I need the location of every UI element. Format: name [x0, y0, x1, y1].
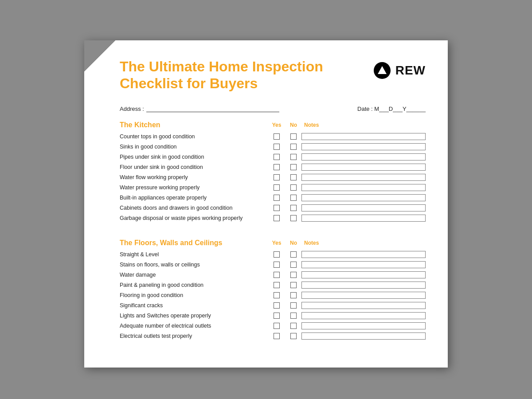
- yes-checkbox[interactable]: [274, 154, 280, 160]
- checklist-item-label: Straight & Level: [120, 251, 268, 258]
- yes-checkbox[interactable]: [274, 164, 280, 170]
- checklist-item-label: Built-in appliances operate properly: [120, 195, 268, 201]
- notes-input[interactable]: [301, 164, 426, 171]
- address-underline: [146, 105, 279, 112]
- yes-checkbox[interactable]: [274, 174, 280, 180]
- checklist-item-label: Water damage: [120, 272, 268, 278]
- checklist-row: Floor under sink in good condition: [120, 162, 426, 172]
- no-checkbox[interactable]: [290, 174, 297, 180]
- no-checkbox[interactable]: [290, 164, 297, 170]
- no-checkbox-cell: [286, 333, 301, 339]
- document-title: The Ultimate Home Inspection Checklist f…: [120, 58, 341, 92]
- checklist-item-label: Electrical outlets test properly: [120, 333, 268, 339]
- notes-input[interactable]: [301, 194, 426, 201]
- yes-checkbox-cell: [268, 313, 286, 319]
- yes-checkbox[interactable]: [274, 133, 280, 140]
- no-checkbox-cell: [286, 133, 301, 140]
- no-checkbox[interactable]: [290, 205, 297, 211]
- notes-input[interactable]: [301, 322, 426, 329]
- date-field: Date : M___D___Y______: [357, 106, 426, 112]
- yes-checkbox[interactable]: [274, 292, 280, 298]
- yes-checkbox[interactable]: [274, 205, 280, 211]
- checklist-item-label: Stains on floors, walls or ceilings: [120, 262, 268, 268]
- section-title-kitchen: The Kitchen: [120, 121, 268, 129]
- notes-input[interactable]: [301, 215, 426, 222]
- checklist-row: Built-in appliances operate properly: [120, 193, 426, 203]
- yes-checkbox[interactable]: [274, 313, 280, 319]
- no-checkbox[interactable]: [290, 302, 297, 309]
- no-checkbox-cell: [286, 262, 301, 268]
- notes-input[interactable]: [301, 204, 426, 211]
- yes-checkbox-cell: [268, 282, 286, 288]
- yes-checkbox-cell: [268, 164, 286, 170]
- no-checkbox[interactable]: [290, 272, 297, 278]
- yes-checkbox[interactable]: [274, 195, 280, 201]
- notes-input[interactable]: [301, 143, 426, 150]
- yes-checkbox-cell: [268, 184, 286, 191]
- notes-input[interactable]: [301, 133, 426, 140]
- checklist-row: Counter tops in good condition: [120, 132, 426, 141]
- notes-input[interactable]: [301, 261, 426, 268]
- notes-input[interactable]: [301, 292, 426, 299]
- brand-area: REW: [373, 62, 426, 79]
- yes-checkbox[interactable]: [274, 144, 280, 150]
- notes-input[interactable]: [301, 312, 426, 319]
- yes-checkbox[interactable]: [274, 302, 280, 309]
- no-checkbox-cell: [286, 174, 301, 180]
- notes-input[interactable]: [301, 174, 426, 181]
- col-yes-header: Yes: [268, 240, 286, 246]
- no-checkbox-cell: [286, 292, 301, 298]
- checklist-item-label: Sinks in good condition: [120, 144, 268, 150]
- yes-checkbox[interactable]: [274, 333, 280, 339]
- notes-input[interactable]: [301, 302, 426, 309]
- no-checkbox[interactable]: [290, 251, 297, 258]
- no-checkbox-cell: [286, 154, 301, 160]
- section-header-floors: The Floors, Walls and CeilingsYesNoNotes: [120, 239, 426, 247]
- checklist-row: Flooring in good condition: [120, 290, 426, 300]
- no-checkbox[interactable]: [290, 262, 297, 268]
- checklist-item-label: Lights and Switches operate properly: [120, 313, 268, 319]
- document-header: The Ultimate Home Inspection Checklist f…: [106, 58, 426, 92]
- no-checkbox-cell: [286, 323, 301, 329]
- yes-checkbox-cell: [268, 174, 286, 180]
- col-notes-header: Notes: [301, 122, 426, 128]
- yes-checkbox[interactable]: [274, 262, 280, 268]
- checklist-item-label: Water pressure working properly: [120, 184, 268, 191]
- no-checkbox[interactable]: [290, 333, 297, 339]
- no-checkbox[interactable]: [290, 133, 297, 140]
- no-checkbox[interactable]: [290, 154, 297, 160]
- notes-input[interactable]: [301, 271, 426, 278]
- no-checkbox[interactable]: [290, 195, 297, 201]
- notes-input[interactable]: [301, 251, 426, 258]
- checklist-row: Adequate number of electrical outlets: [120, 321, 426, 331]
- yes-checkbox[interactable]: [274, 184, 280, 191]
- no-checkbox[interactable]: [290, 292, 297, 298]
- no-checkbox[interactable]: [290, 215, 297, 221]
- notes-input[interactable]: [301, 332, 426, 340]
- no-checkbox-cell: [286, 164, 301, 170]
- notes-input[interactable]: [301, 153, 426, 160]
- yes-checkbox[interactable]: [274, 323, 280, 329]
- checklist-item-label: Flooring in good condition: [120, 292, 268, 298]
- checklist-item-label: Floor under sink in good condition: [120, 164, 268, 170]
- checklist-row: Water flow working properly: [120, 172, 426, 182]
- yes-checkbox-cell: [268, 154, 286, 160]
- checklist-item-label: Pipes under sink in good condition: [120, 154, 268, 160]
- notes-input[interactable]: [301, 282, 426, 289]
- yes-checkbox[interactable]: [274, 272, 280, 278]
- no-checkbox[interactable]: [290, 313, 297, 319]
- notes-input[interactable]: [301, 184, 426, 191]
- no-checkbox[interactable]: [290, 282, 297, 288]
- no-checkbox[interactable]: [290, 184, 297, 191]
- yes-checkbox[interactable]: [274, 215, 280, 221]
- yes-checkbox-cell: [268, 272, 286, 278]
- yes-checkbox-cell: [268, 144, 286, 150]
- no-checkbox[interactable]: [290, 323, 297, 329]
- checklist-item-label: Garbage disposal or waste pipes working …: [120, 215, 268, 221]
- yes-checkbox[interactable]: [274, 282, 280, 288]
- yes-checkbox-cell: [268, 323, 286, 329]
- checklist-row: Electrical outlets test properly: [120, 331, 426, 341]
- no-checkbox-cell: [286, 302, 301, 309]
- no-checkbox[interactable]: [290, 144, 297, 150]
- yes-checkbox[interactable]: [274, 251, 280, 258]
